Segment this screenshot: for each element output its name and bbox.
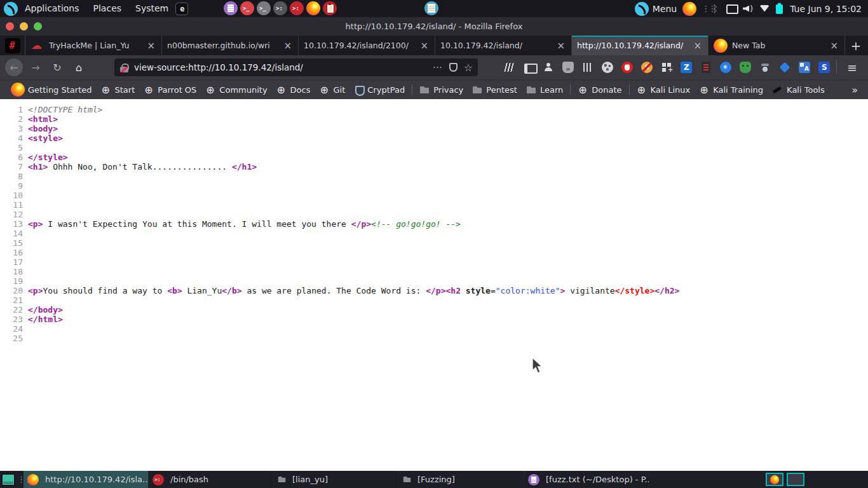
app-menu-icon[interactable]: ≡: [843, 60, 861, 74]
sidebar-icon[interactable]: [523, 62, 534, 73]
bookmark-kali-training[interactable]: Kali Training: [695, 85, 768, 95]
terminal-dark-icon[interactable]: [273, 1, 287, 15]
bookmark-star-icon[interactable]: ☆: [464, 62, 473, 74]
bookmark-pentest[interactable]: Pentest: [468, 85, 522, 95]
gem-icon[interactable]: [780, 62, 790, 73]
bookmark-community[interactable]: Community: [201, 85, 271, 95]
tab-close-icon[interactable]: ×: [282, 40, 293, 51]
terminal-crimson-icon[interactable]: [290, 1, 304, 15]
source-line-19: 19: [0, 276, 868, 286]
translate-icon[interactable]: [799, 62, 810, 73]
home-button[interactable]: ⌂: [70, 58, 88, 76]
tab-close-icon[interactable]: ×: [419, 40, 430, 51]
tab-close-icon[interactable]: ×: [829, 40, 839, 51]
task-button-1[interactable]: http://10.10.179.42/isla...: [24, 471, 149, 488]
library-icon[interactable]: [503, 62, 515, 73]
tab-close-icon[interactable]: ×: [692, 40, 703, 51]
maximize-window-button[interactable]: [34, 22, 42, 30]
forward-button[interactable]: →: [27, 58, 44, 76]
grip-icon[interactable]: [702, 2, 707, 16]
bookmark-start[interactable]: Start: [97, 85, 140, 95]
tab-3[interactable]: 10.10.179.42/island/2100/×: [299, 36, 435, 55]
document-purple-icon[interactable]: [224, 1, 238, 15]
bookmark-label: Community: [219, 85, 267, 95]
kali-logo-icon[interactable]: [4, 2, 18, 16]
cookie-icon[interactable]: [602, 62, 613, 73]
clipboard-red-icon[interactable]: [323, 1, 337, 15]
tab-1[interactable]: TryHackMe | Lian_Yu×: [25, 36, 162, 55]
tab-label: n00bmasterr.github.io/wri: [167, 41, 278, 50]
tracking-protection-icon[interactable]: [449, 62, 458, 72]
account-icon[interactable]: [543, 62, 554, 73]
task-button-2[interactable]: /bin/bash: [149, 471, 274, 488]
task-button-4[interactable]: [Fuzzing]: [399, 471, 524, 488]
menu-places[interactable]: Places: [86, 0, 129, 17]
workspace-2[interactable]: [787, 473, 804, 486]
pinned-tab[interactable]: [0, 36, 25, 55]
workspace-1[interactable]: [766, 473, 783, 486]
app-badge-icon[interactable]: [175, 3, 188, 15]
editor-blue-icon[interactable]: [424, 1, 438, 15]
show-desktop-icon[interactable]: [1, 473, 15, 486]
minimize-window-button[interactable]: [20, 22, 28, 30]
bookmark-parrot-os[interactable]: Parrot OS: [139, 85, 201, 95]
page-actions-icon[interactable]: ⋯: [433, 62, 442, 73]
line-code: [23, 229, 28, 238]
terminal-gray-icon[interactable]: [257, 1, 271, 15]
url-text[interactable]: view-source:http://10.10.179.42/island/: [134, 62, 433, 72]
bookmark-cryptpad[interactable]: CryptPad: [349, 85, 409, 95]
reload-button[interactable]: ↻: [48, 58, 66, 76]
no-miner-icon[interactable]: [641, 62, 653, 73]
line-code: [23, 324, 28, 334]
bluetooth-icon[interactable]: [712, 2, 721, 16]
url-bar[interactable]: view-source:http://10.10.179.42/island/ …: [114, 58, 478, 76]
bug-icon[interactable]: [720, 62, 731, 73]
report-icon[interactable]: [702, 62, 710, 73]
tab-4[interactable]: 10.10.179.42/island/×: [435, 36, 572, 55]
tab-5[interactable]: http://10.10.179.42/island/×: [572, 36, 709, 55]
stop-hand-icon[interactable]: [621, 62, 633, 73]
kali-menu-button[interactable]: Menu: [635, 2, 677, 16]
line-number: 5: [0, 143, 23, 152]
shodan-icon[interactable]: [818, 62, 830, 73]
bookmarks-items: Getting StartedStartParrot OSCommunityDo…: [6, 83, 829, 97]
battery-icon[interactable]: [775, 2, 784, 16]
line-number: 19: [0, 276, 23, 286]
bookmark-learn[interactable]: Learn: [522, 85, 567, 95]
bookmark-git[interactable]: Git: [315, 85, 350, 95]
display-icon[interactable]: [726, 2, 737, 16]
terminal-red-icon[interactable]: [240, 1, 254, 15]
menu-applications[interactable]: Applications: [18, 0, 86, 17]
zap-icon[interactable]: [681, 62, 692, 73]
bookmark-kali-linux[interactable]: Kali Linux: [632, 85, 695, 95]
bookmark-privacy[interactable]: Privacy: [415, 85, 468, 95]
firefox-icon[interactable]: [306, 1, 320, 15]
bookmark-docs[interactable]: Docs: [272, 85, 315, 95]
red-grid-icon: [5, 38, 20, 53]
bookmark-donate[interactable]: Donate: [573, 85, 626, 95]
fence-icon[interactable]: [582, 62, 593, 73]
code-tag: </h2>: [654, 286, 679, 295]
tab-2[interactable]: n00bmasterr.github.io/wri×: [162, 36, 299, 55]
bookmark-getting-started[interactable]: Getting Started: [6, 83, 97, 97]
tab-6[interactable]: New Tab×: [709, 36, 845, 55]
back-button[interactable]: ←: [5, 58, 23, 76]
firefox-icon[interactable]: [682, 2, 696, 16]
volume-icon[interactable]: [742, 2, 754, 16]
addons-icon[interactable]: [661, 62, 672, 73]
task-button-5[interactable]: [fuzz.txt (~/Desktop) - P...: [524, 471, 649, 488]
agent-icon[interactable]: [759, 62, 771, 73]
menu-system[interactable]: System: [128, 0, 175, 17]
wifi-icon[interactable]: [759, 2, 770, 16]
tab-close-icon[interactable]: ×: [555, 40, 566, 51]
task-button-3[interactable]: [lian_yu]: [274, 471, 399, 488]
tab-close-icon[interactable]: ×: [146, 40, 156, 51]
close-window-button[interactable]: [6, 22, 14, 30]
bookmarks-overflow-icon[interactable]: »: [851, 84, 862, 96]
new-tab-button[interactable]: +: [845, 36, 867, 55]
foxyproxy-icon[interactable]: [562, 62, 574, 73]
bookmark-kali-tools[interactable]: Kali Tools: [768, 85, 829, 95]
green-icon[interactable]: [740, 62, 751, 73]
code-text: You should find a way to: [43, 286, 167, 295]
clock[interactable]: Tue Jun 9, 15:02: [790, 4, 862, 14]
